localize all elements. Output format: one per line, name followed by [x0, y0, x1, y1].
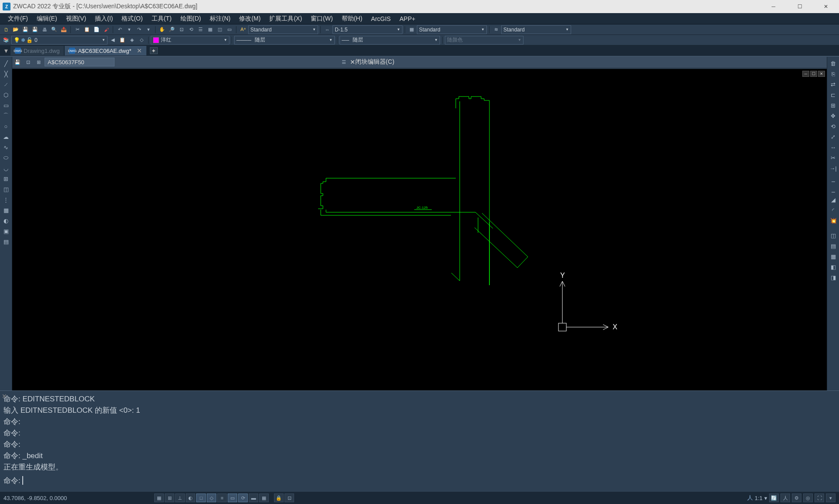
layer-iso-icon[interactable]: ◈: [128, 36, 136, 44]
drawing-area[interactable]: ─ ☐ ✕ JC-125: [12, 69, 827, 390]
break-icon[interactable]: ⎯: [829, 174, 838, 183]
palette1-icon[interactable]: ◫: [829, 231, 838, 240]
xline-icon[interactable]: ╳: [1, 69, 11, 79]
layer-state-icon[interactable]: 📋: [118, 36, 127, 44]
extend-icon[interactable]: →|: [829, 163, 838, 173]
rotate-icon[interactable]: ⟲: [829, 121, 838, 131]
design-center-icon[interactable]: ▦: [206, 26, 215, 34]
redo-icon[interactable]: ↷: [135, 26, 143, 34]
erase-icon[interactable]: 🗑: [829, 59, 838, 68]
coordinates[interactable]: 43.7086, -9.8502, 0.0000: [3, 495, 67, 501]
ws-icon[interactable]: ⚙: [792, 494, 801, 502]
dyn-icon[interactable]: ▭: [228, 494, 237, 502]
gradient-icon[interactable]: ◐: [1, 216, 11, 225]
ml-style-dropdown[interactable]: Standard ▼: [501, 25, 571, 34]
close-button[interactable]: ✕: [813, 0, 839, 13]
menu-dimension[interactable]: 标注(N): [205, 14, 235, 24]
vp-max-icon[interactable]: ☐: [810, 71, 817, 77]
cmd-close-icon[interactable]: ✕: [2, 393, 7, 400]
anno-vis-icon[interactable]: 🔄: [769, 494, 779, 502]
offset-icon[interactable]: ⊏: [829, 90, 838, 100]
menu-extension[interactable]: 扩展工具(X): [265, 14, 306, 24]
scale-icon[interactable]: ⤢: [829, 132, 838, 142]
copy2-icon[interactable]: ⎘: [829, 69, 838, 79]
saveall-icon[interactable]: 💾: [31, 26, 39, 34]
drawing-canvas[interactable]: JC-125: [12, 69, 827, 390]
zoom-win-icon[interactable]: ⊡: [177, 26, 186, 34]
redo-dd-icon[interactable]: ▾: [144, 26, 153, 34]
cycle-icon[interactable]: ⟳: [238, 494, 248, 502]
anno2-icon[interactable]: 人: [780, 494, 790, 502]
layer-uniso-icon[interactable]: ◇: [137, 36, 146, 44]
hatch-icon[interactable]: ▦: [1, 205, 11, 215]
clean-icon[interactable]: ⛶: [815, 494, 824, 502]
command-input[interactable]: 命令:: [0, 474, 839, 487]
menu-modify[interactable]: 修改(M): [235, 14, 265, 24]
print-icon[interactable]: 🖶: [40, 26, 49, 34]
layer-prev-icon[interactable]: ◀: [108, 36, 117, 44]
menu-view[interactable]: 视图(V): [62, 14, 91, 24]
polygon-icon[interactable]: ⬡: [1, 90, 11, 100]
ortho-icon[interactable]: ⊥: [175, 494, 185, 502]
model-icon[interactable]: ▬: [249, 494, 258, 502]
polyline-icon[interactable]: ⟋: [1, 79, 11, 89]
scale-dd-icon[interactable]: ▾: [764, 495, 767, 501]
table-icon[interactable]: ▤: [1, 237, 11, 246]
tab-close-icon[interactable]: ✕: [137, 47, 142, 54]
menu-tools[interactable]: 工具(T): [147, 14, 176, 24]
lwt-icon[interactable]: ≡: [217, 494, 227, 502]
menu-arcgis[interactable]: ArcGIS: [367, 14, 395, 24]
preview-icon[interactable]: 🔍: [50, 26, 59, 34]
move-icon[interactable]: ✥: [829, 111, 838, 121]
explode-icon[interactable]: 💥: [829, 216, 838, 225]
command-history[interactable]: 命令: EDITNESTEDBLOCK 输入 EDITNESTEDBLOCK 的…: [0, 391, 839, 474]
table-style-dropdown[interactable]: Standard ▼: [417, 25, 487, 34]
menu-edit[interactable]: 编辑(E): [32, 14, 62, 24]
ellipse-arc-icon[interactable]: ◡: [1, 163, 11, 173]
array-icon[interactable]: ⊞: [829, 100, 838, 110]
bedit-save-icon[interactable]: 💾: [13, 58, 22, 66]
menu-appplus[interactable]: APP+: [395, 14, 420, 24]
bedit-icon4[interactable]: ⊞: [34, 58, 43, 66]
osnap-icon[interactable]: □: [196, 494, 206, 502]
arc-icon[interactable]: ⌒: [1, 111, 11, 121]
style-icon[interactable]: Aᵃ: [239, 26, 247, 34]
color-dropdown[interactable]: 洋红 ▼: [151, 36, 229, 45]
text-style-dropdown[interactable]: Standard ▼: [248, 25, 318, 34]
menu-file[interactable]: 文件(F): [3, 14, 32, 24]
bedit-param-icon[interactable]: ☰: [340, 58, 348, 66]
cut-icon[interactable]: ✂: [73, 26, 82, 34]
new-file-icon[interactable]: 🗋: [2, 26, 10, 34]
mirror-icon[interactable]: ⇄: [829, 79, 838, 89]
publish-icon[interactable]: 📤: [59, 26, 68, 34]
palette4-icon[interactable]: ◧: [829, 262, 838, 272]
zoom-prev-icon[interactable]: ⟲: [187, 26, 195, 34]
palette2-icon[interactable]: ▤: [829, 241, 838, 251]
tab-active[interactable]: DWG A$C63EC06AE.dwg* ✕: [65, 46, 146, 55]
polar-icon[interactable]: ◐: [186, 494, 195, 502]
insert-block-icon[interactable]: ⊞: [1, 174, 11, 183]
bedit-icon3[interactable]: ⊡: [24, 58, 32, 66]
match-prop-icon[interactable]: 🖌: [102, 26, 111, 34]
tool-palette-icon[interactable]: ◫: [215, 26, 224, 34]
close-block-editor-button[interactable]: ✕ 闭块编辑器(C): [350, 58, 394, 66]
properties-icon[interactable]: ☰: [196, 26, 205, 34]
stretch-icon[interactable]: ↔: [829, 142, 838, 152]
chamfer-icon[interactable]: ◢: [829, 195, 838, 204]
menu-window[interactable]: 窗口(W): [306, 14, 337, 24]
undo-dd-icon[interactable]: ▾: [125, 26, 134, 34]
dim-style-icon[interactable]: ↔: [323, 26, 332, 34]
scale-value[interactable]: 1:1: [755, 495, 763, 501]
undo-icon[interactable]: ↶: [115, 26, 124, 34]
linetype-dropdown[interactable]: ──── 随层 ▼: [234, 36, 335, 45]
save-icon[interactable]: 💾: [21, 26, 30, 34]
layer-manager-icon[interactable]: 📚: [2, 36, 10, 44]
new-tab-button[interactable]: ✦: [147, 46, 160, 55]
spline-icon[interactable]: ∿: [1, 142, 11, 152]
ml-style-icon[interactable]: ≋: [492, 26, 500, 34]
zoom-rt-icon[interactable]: 🔎: [167, 26, 176, 34]
layer-dropdown[interactable]: 💡 ❄ 🔓 0 ▼: [11, 36, 107, 45]
make-block-icon[interactable]: ◫: [1, 184, 11, 194]
annoscale-icon[interactable]: 🔒: [274, 494, 284, 502]
point-icon[interactable]: ⋮: [1, 195, 11, 204]
